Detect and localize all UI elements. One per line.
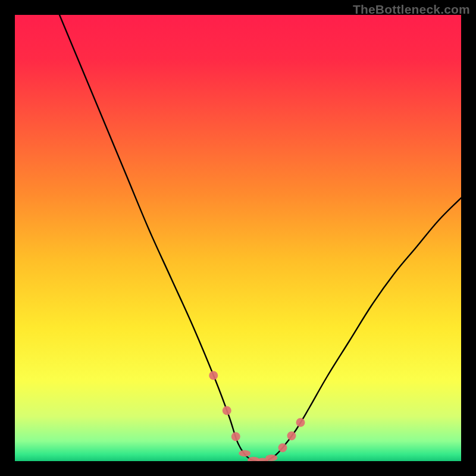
watermark-text: TheBottleneck.com <box>353 2 470 17</box>
gradient-background <box>15 15 461 461</box>
chart-svg <box>15 15 461 461</box>
well-marker <box>209 371 218 380</box>
well-marker <box>278 443 287 452</box>
well-marker <box>265 455 277 461</box>
plot-area <box>15 15 461 461</box>
outer-frame: TheBottleneck.com <box>0 0 476 476</box>
well-marker <box>239 450 250 456</box>
well-marker <box>287 431 296 440</box>
well-marker <box>296 418 305 427</box>
well-marker <box>231 432 240 441</box>
well-marker <box>223 406 231 415</box>
